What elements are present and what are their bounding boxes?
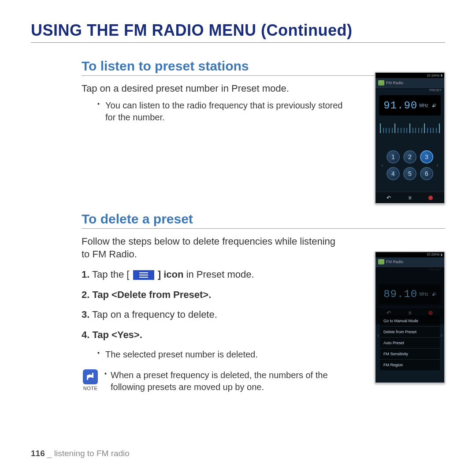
menu-item-manual-mode[interactable]: Go to Manual Mode bbox=[380, 316, 440, 327]
back-icon[interactable]: ↶ bbox=[387, 195, 391, 201]
chevron-left-icon[interactable]: ‹ bbox=[377, 332, 379, 338]
status-time: 07:25PM bbox=[427, 253, 439, 256]
step-1: 1. Tap the [ ] icon in Preset mode. bbox=[82, 268, 346, 281]
chevron-right-icon[interactable]: › bbox=[441, 332, 443, 338]
battery-icon: ▮ bbox=[441, 253, 443, 257]
context-menu: Go to Manual Mode Delete from Preset Aut… bbox=[380, 316, 440, 370]
frequency-value: 91.90 bbox=[383, 100, 417, 112]
device-header-title: FM Radio bbox=[386, 260, 403, 264]
radio-icon bbox=[378, 259, 384, 264]
frequency-value: 89.10 bbox=[383, 288, 417, 300]
device-status-bar: 07:25PM ▮ bbox=[376, 252, 444, 257]
device-screenshot-preset: 07:25PM ▮ FM Radio PRESET 91.90 MHz 🔊 bbox=[375, 72, 445, 204]
section-delete-preset: To delete a preset Follow the steps belo… bbox=[82, 212, 445, 393]
menu-icon bbox=[133, 270, 154, 280]
step-3: 3. Tap on a frequency to delete. bbox=[82, 308, 346, 321]
frequency-display: 91.90 MHz 🔊 bbox=[379, 95, 441, 115]
chapter-name: listening to FM radio bbox=[54, 449, 130, 458]
step-2: 2. Tap <Delete from Preset>. bbox=[82, 288, 346, 301]
status-time: 07:25PM bbox=[427, 74, 439, 77]
preset-button-4[interactable]: 4 bbox=[387, 167, 400, 180]
frequency-unit: MHz bbox=[419, 103, 428, 108]
device-footer: ↶ ≡ bbox=[376, 192, 444, 203]
menu-icon[interactable]: ≡ bbox=[408, 195, 411, 201]
device-status-bar: 07:25PM ▮ bbox=[376, 73, 444, 78]
frequency-unit: MHz bbox=[419, 292, 428, 297]
radio-icon bbox=[378, 80, 384, 86]
sub-bullet: The selected preset number is deleted. bbox=[99, 349, 346, 361]
note-label: NOTE bbox=[83, 386, 98, 391]
preset-button-1[interactable]: 1 bbox=[387, 150, 400, 164]
intro-text: Follow the steps below to delete frequen… bbox=[82, 235, 346, 261]
record-icon[interactable] bbox=[428, 196, 433, 200]
menu-item-auto-preset[interactable]: Auto Preset bbox=[380, 338, 440, 349]
intro-text: Tap on a desired preset number in Preset… bbox=[82, 82, 346, 95]
volume-icon: 🔊 bbox=[432, 292, 436, 296]
preset-button-3[interactable]: 3 bbox=[420, 150, 433, 164]
battery-icon: ▮ bbox=[441, 74, 443, 77]
note-icon bbox=[83, 369, 98, 384]
preset-button-6[interactable]: 6 bbox=[420, 167, 433, 180]
menu-item-fm-sensitivity[interactable]: FM Sensitivity bbox=[380, 349, 440, 360]
volume-icon: 🔊 bbox=[432, 104, 436, 108]
device-header: FM Radio bbox=[376, 257, 444, 267]
menu-item-delete-preset[interactable]: Delete from Preset bbox=[380, 327, 440, 338]
tuning-scale bbox=[380, 121, 440, 133]
mode-tag: PRESET bbox=[376, 88, 444, 93]
section-heading: To delete a preset bbox=[82, 212, 445, 229]
chevron-left-icon[interactable]: ‹ bbox=[381, 162, 384, 168]
device-screenshot-menu: 07:25PM ▮ FM Radio PRESET 89.10 MHz 🔊 ‹ … bbox=[375, 251, 445, 383]
note-block: NOTE When a preset frequency is deleted,… bbox=[82, 369, 346, 393]
menu-item-fm-region[interactable]: FM Region bbox=[380, 360, 440, 370]
page-footer: 116 _ listening to FM radio bbox=[31, 449, 130, 458]
preset-button-2[interactable]: 2 bbox=[403, 150, 416, 164]
bullet-item: You can listen to the radio frequency th… bbox=[99, 100, 346, 123]
step-4: 4. Tap <Yes>. bbox=[82, 328, 346, 342]
preset-grid: ‹ 1 2 3 4 5 6 › bbox=[381, 140, 439, 190]
page-title: USING THE FM RADIO MENU (Continued) bbox=[31, 21, 445, 43]
note-text: When a preset frequency is deleted, the … bbox=[104, 369, 346, 393]
preset-button-5[interactable]: 5 bbox=[403, 167, 416, 180]
device-header-title: FM Radio bbox=[386, 81, 403, 85]
page-number: 116 bbox=[31, 449, 45, 458]
chevron-right-icon[interactable]: › bbox=[436, 162, 439, 168]
section-listen-preset: To listen to preset stations Tap on a de… bbox=[82, 59, 445, 123]
device-header: FM Radio bbox=[376, 78, 444, 88]
